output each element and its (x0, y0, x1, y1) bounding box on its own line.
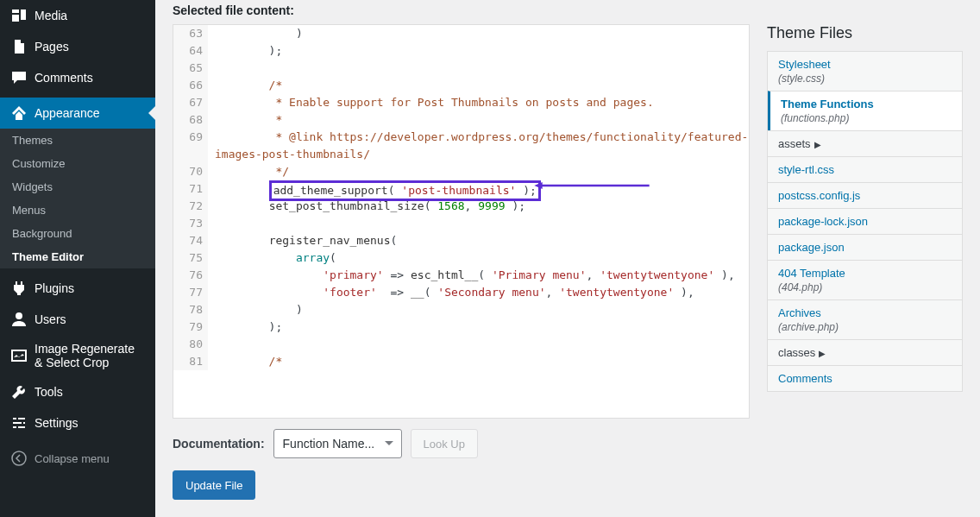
theme-files-panel: Theme Files Stylesheet(style.css)Theme F… (767, 24, 963, 419)
menu-image-regenerate[interactable]: Image Regenerate & Select Crop (0, 335, 155, 376)
menu-label: Plugins (35, 281, 74, 295)
code-editor[interactable]: 63646566676869707172737475767778798081 )… (173, 24, 750, 419)
theme-file-item[interactable]: classes▶ (768, 339, 962, 365)
menu-settings[interactable]: Settings (0, 407, 155, 438)
theme-files-list[interactable]: Stylesheet(style.css)Theme Functions(fun… (767, 51, 963, 392)
admin-sidebar: Media Pages Comments Appearance Themes C… (0, 0, 155, 517)
theme-file-item[interactable]: Comments (768, 365, 962, 391)
menu-media[interactable]: Media (0, 0, 155, 31)
theme-file-item[interactable]: assets▶ (768, 130, 962, 156)
menu-label: Comments (35, 71, 93, 85)
submenu-customize[interactable]: Customize (0, 152, 155, 175)
menu-pages[interactable]: Pages (0, 31, 155, 62)
svg-rect-5 (23, 422, 25, 424)
menu-label: Appearance (35, 106, 100, 120)
main-content: Selected file content: 63646566676869707… (155, 0, 980, 517)
menu-label: Media (35, 9, 67, 22)
documentation-select[interactable]: Function Name... (273, 429, 402, 458)
submenu-theme-editor[interactable]: Theme Editor (0, 245, 155, 268)
menu-label: Users (35, 312, 66, 326)
image-regenerate-icon (10, 347, 28, 364)
media-icon (10, 7, 28, 24)
svg-point-8 (12, 451, 26, 465)
line-gutter: 63646566676869707172737475767778798081 (173, 25, 208, 370)
comments-icon (10, 69, 28, 86)
content-heading: Selected file content: (173, 3, 294, 17)
menu-tools[interactable]: Tools (0, 376, 155, 407)
settings-icon (10, 414, 28, 432)
menu-label: Image Regenerate & Select Crop (35, 342, 135, 369)
svg-rect-4 (13, 422, 22, 424)
menu-appearance[interactable]: Appearance (0, 98, 155, 129)
menu-label: Tools (35, 385, 63, 399)
pages-icon (10, 38, 28, 55)
svg-rect-3 (18, 418, 25, 419)
svg-rect-2 (13, 418, 16, 419)
theme-file-item[interactable]: Archives(archive.php) (768, 299, 962, 339)
submenu-background[interactable]: Background (0, 222, 155, 245)
lookup-button[interactable]: Look Up (411, 429, 478, 458)
submenu-menus[interactable]: Menus (0, 199, 155, 222)
svg-rect-6 (13, 426, 16, 428)
svg-marker-10 (534, 182, 542, 189)
submenu-widgets[interactable]: Widgets (0, 175, 155, 199)
theme-file-item[interactable]: Stylesheet(style.css) (768, 52, 962, 91)
menu-comments[interactable]: Comments (0, 62, 155, 93)
theme-file-item[interactable]: package-lock.json (768, 208, 962, 234)
annotation-arrow (506, 182, 678, 189)
theme-files-heading: Theme Files (767, 24, 963, 42)
collapse-label: Collapse menu (35, 452, 110, 465)
menu-users[interactable]: Users (0, 304, 155, 335)
documentation-label: Documentation: (173, 437, 265, 451)
code-content[interactable]: ) ); /* * Enable support for Post Thumbn… (208, 25, 749, 370)
svg-point-0 (16, 312, 22, 319)
documentation-row: Documentation: Function Name... Look Up (173, 429, 963, 458)
users-icon (10, 311, 28, 328)
menu-plugins[interactable]: Plugins (0, 273, 155, 304)
theme-file-item[interactable]: 404 Template(404.php) (768, 260, 962, 299)
plugins-icon (10, 280, 28, 297)
svg-rect-7 (18, 426, 25, 428)
appearance-submenu: Themes Customize Widgets Menus Backgroun… (0, 129, 155, 268)
menu-label: Settings (35, 416, 79, 430)
menu-label: Pages (35, 40, 69, 54)
theme-file-item[interactable]: package.json (768, 234, 962, 260)
appearance-icon (10, 104, 28, 122)
collapse-icon (10, 450, 28, 467)
theme-file-item[interactable]: style-rtl.css (768, 156, 962, 182)
theme-file-item[interactable]: Theme Functions(functions.php) (767, 91, 962, 130)
theme-file-item[interactable]: postcss.config.js (768, 182, 962, 208)
collapse-menu[interactable]: Collapse menu (0, 443, 155, 474)
tools-icon (10, 383, 28, 400)
update-file-button[interactable]: Update File (173, 470, 255, 500)
submenu-themes[interactable]: Themes (0, 129, 155, 152)
